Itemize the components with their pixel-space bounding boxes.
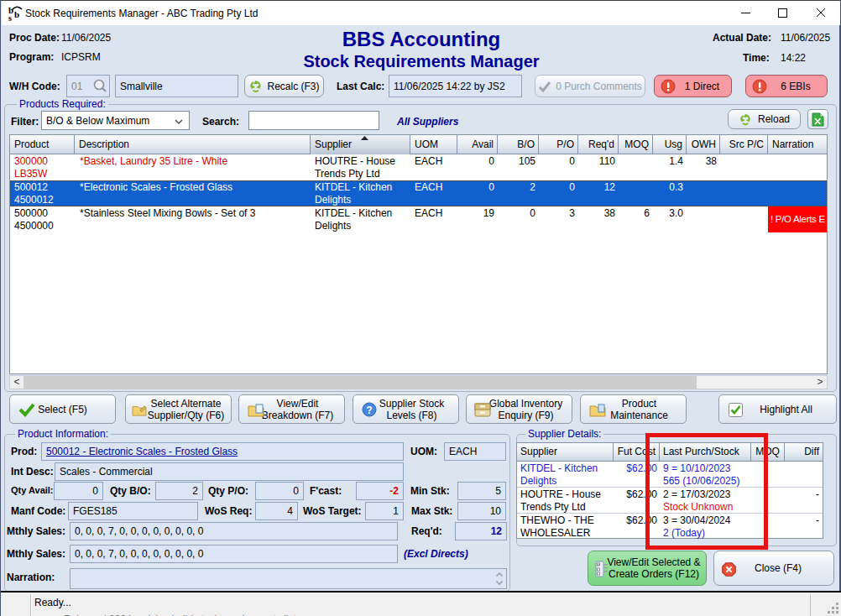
svg-text:?: ?	[366, 405, 372, 416]
svg-text:s: s	[8, 13, 12, 21]
svg-text:b: b	[14, 9, 19, 19]
